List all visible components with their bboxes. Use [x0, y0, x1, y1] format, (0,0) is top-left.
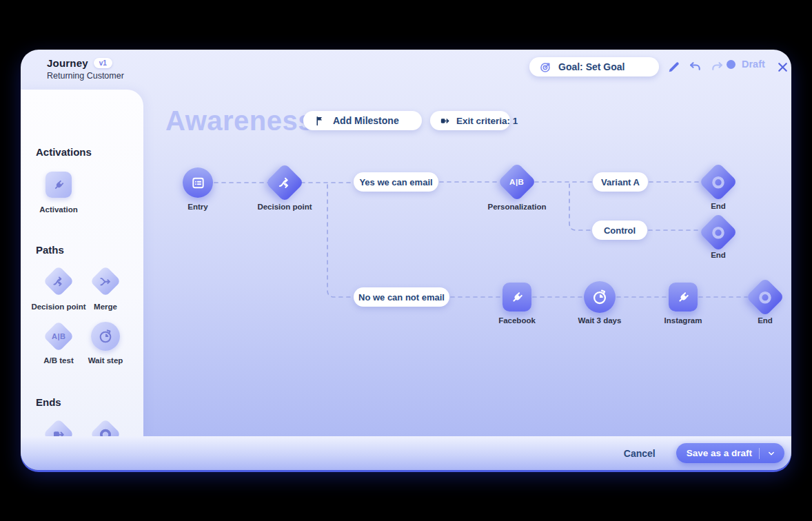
- node-label: Decision point: [257, 203, 312, 211]
- palette-label: Activation: [39, 205, 78, 214]
- target-icon: [539, 61, 552, 74]
- palette-item-activation[interactable]: [45, 172, 72, 198]
- plug-icon: [676, 289, 691, 305]
- palette-label: Wait step: [88, 356, 123, 365]
- exit-criteria-label: Exit criteria: 1: [456, 116, 518, 126]
- node-instagram[interactable]: [669, 283, 698, 311]
- exit-criteria-button[interactable]: Exit criteria: 1: [430, 111, 510, 130]
- close-icon: [775, 60, 790, 74]
- branch-icon: [52, 274, 66, 289]
- node-label: Entry: [187, 203, 207, 211]
- palette-item-merge[interactable]: [90, 265, 121, 296]
- journey-builder-window: Journey v1 Returning Customer Goal: Set …: [21, 50, 791, 470]
- pencil-icon: [667, 60, 681, 74]
- undo-button[interactable]: [687, 59, 703, 75]
- redo-icon: [710, 60, 724, 74]
- section-title-activations: Activations: [36, 146, 92, 158]
- add-milestone-button[interactable]: Add Milestone: [303, 111, 422, 130]
- node-label: Wait 3 days: [578, 316, 622, 325]
- node-label: End: [758, 316, 773, 325]
- palette-label: Decision point: [31, 303, 85, 311]
- add-milestone-label: Add Milestone: [333, 115, 399, 126]
- goal-button-label: Goal: Set Goal: [558, 61, 625, 72]
- end-ring-icon: [711, 225, 727, 241]
- end-ring-icon: [758, 289, 773, 305]
- journey-title: Journey: [47, 57, 88, 69]
- footer-bar: Cancel Save as a draft: [21, 436, 791, 470]
- status-dot-icon: [727, 60, 735, 69]
- undo-icon: [688, 60, 702, 74]
- node-entry[interactable]: [183, 167, 213, 198]
- node-end-variant-a[interactable]: [699, 163, 738, 202]
- node-wait-3-days[interactable]: [584, 281, 616, 313]
- node-end-control[interactable]: [699, 213, 738, 252]
- node-palette-sidebar: Activations Activation Paths Decision po…: [21, 90, 143, 436]
- palette-label: A/B test: [43, 356, 73, 365]
- journey-title-block: Journey v1 Returning Customer: [47, 57, 124, 81]
- plug-icon: [52, 178, 66, 192]
- palette-label: Merge: [94, 303, 117, 311]
- save-as-draft-button[interactable]: Save as a draft: [676, 443, 784, 463]
- draft-status: Draft: [727, 59, 765, 70]
- exit-icon: [439, 115, 451, 127]
- ab-test-icon: A|B: [509, 178, 524, 186]
- plug-icon: [509, 289, 525, 305]
- palette-item-ab-test[interactable]: A|B: [43, 320, 74, 351]
- branch-pill-variant-a[interactable]: Variant A: [593, 172, 648, 192]
- node-personalization[interactable]: A|B: [498, 163, 537, 202]
- node-label: Personalization: [488, 203, 547, 211]
- goal-button[interactable]: Goal: Set Goal: [529, 57, 659, 76]
- button-divider: [759, 448, 760, 459]
- branch-pill-no[interactable]: No we can not email: [354, 287, 449, 307]
- clock-icon: [591, 288, 609, 306]
- cancel-button[interactable]: Cancel: [624, 448, 656, 459]
- status-label: Draft: [742, 59, 765, 70]
- end-ring-icon: [711, 174, 727, 190]
- node-label: Instagram: [664, 316, 702, 325]
- palette-item-wait-step[interactable]: [91, 322, 120, 351]
- flag-icon: [314, 115, 326, 127]
- edit-pencil-button[interactable]: [665, 59, 682, 75]
- node-end-bottom[interactable]: [746, 278, 785, 317]
- ab-test-icon: A|B: [52, 332, 65, 340]
- node-label: End: [711, 251, 726, 259]
- node-decision-point[interactable]: [265, 163, 305, 203]
- branch-pill-control[interactable]: Control: [592, 221, 647, 240]
- chevron-down-icon: [767, 449, 776, 458]
- branch-pill-yes[interactable]: Yes we can email: [354, 172, 438, 192]
- merge-icon: [99, 274, 113, 289]
- redo-button[interactable]: [709, 59, 725, 75]
- node-label: Facebook: [498, 316, 536, 325]
- journey-subtitle: Returning Customer: [47, 71, 124, 81]
- section-title-paths: Paths: [36, 244, 64, 256]
- palette-item-decision-point[interactable]: [43, 265, 74, 296]
- branch-icon: [277, 175, 293, 191]
- close-button[interactable]: [774, 59, 791, 75]
- node-facebook[interactable]: [503, 283, 531, 311]
- clock-icon: [97, 328, 114, 345]
- node-label: End: [711, 202, 726, 210]
- section-title-ends: Ends: [36, 396, 61, 408]
- save-as-draft-label: Save as a draft: [687, 448, 752, 458]
- version-badge: v1: [94, 58, 112, 68]
- stage-title: Awareness: [165, 105, 314, 136]
- entry-icon: [190, 175, 206, 191]
